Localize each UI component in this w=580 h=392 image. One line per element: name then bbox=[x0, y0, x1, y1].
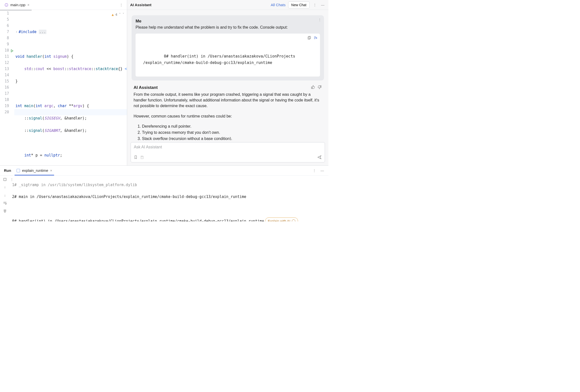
ai-assistant-pane: AI Assistant All Chats New Chat ⋮ — ⋮ Me… bbox=[127, 0, 328, 165]
gutter: 1 5 6 7 8 9 10 11 12 13 14 15 16 17 18 1… bbox=[0, 10, 14, 165]
svg-text:c: c bbox=[6, 4, 7, 6]
output-line: 0# handler(int) in /Users/anastasiakazak… bbox=[10, 218, 328, 221]
copy-icon[interactable] bbox=[307, 35, 311, 42]
code-editor[interactable]: 1 5 6 7 8 9 10 11 12 13 14 15 16 17 18 1… bbox=[0, 10, 127, 165]
down-arrow-icon[interactable]: ↓ bbox=[2, 193, 8, 198]
new-chat-button[interactable]: New Chat bbox=[288, 1, 310, 8]
run-config-tab[interactable]: explain_runtime × bbox=[13, 166, 55, 175]
send-icon[interactable] bbox=[317, 155, 322, 160]
run-output[interactable]: 1# _sigtramp in /usr/lib/system/libsyste… bbox=[10, 175, 328, 221]
list-item: Trying to access memory that you don't o… bbox=[142, 130, 322, 135]
rerun-icon[interactable] bbox=[0, 177, 1, 182]
up-arrow-icon[interactable]: ↑ bbox=[2, 185, 8, 190]
soft-wrap-icon[interactable] bbox=[2, 201, 8, 206]
list-item: Dereferencing a null pointer. bbox=[142, 124, 322, 129]
ai-message: AI Assistant From the console output, it… bbox=[132, 85, 324, 140]
message-menu-icon[interactable]: ⋮ bbox=[318, 18, 321, 22]
editor-pane: c main.cpp × ⋮ 1 5 6 7 8 9 10 11 12 13 1… bbox=[0, 0, 127, 165]
close-tab-icon[interactable]: × bbox=[27, 3, 29, 7]
close-run-tab-icon[interactable]: × bbox=[50, 169, 52, 173]
run-toolbar: ⋮ ↑ ↓ bbox=[0, 175, 10, 221]
run-tab[interactable]: Run bbox=[1, 168, 13, 173]
explain-with-ai-button[interactable]: Explain with AI bbox=[265, 218, 298, 221]
output-line bbox=[10, 206, 328, 212]
cpp-file-icon: c bbox=[4, 3, 8, 7]
warning-icon: ▲ bbox=[112, 11, 114, 18]
assistant-title: AI Assistant bbox=[130, 3, 151, 7]
editor-tab[interactable]: c main.cpp × bbox=[2, 0, 32, 10]
input-placeholder: Ask AI Assistant bbox=[134, 145, 322, 155]
thumbs-down-icon[interactable] bbox=[317, 85, 322, 90]
snippet-content: 0# handler(int) in /Users/anastasiakazak… bbox=[139, 54, 295, 65]
run-panel: Run explain_runtime × ⋮ — ⋮ ↑ ↓ 1# _sigt… bbox=[0, 166, 328, 221]
save-icon[interactable] bbox=[140, 155, 144, 160]
inspection-prev-icon[interactable]: ˆ bbox=[119, 11, 121, 18]
editor-tab-bar: c main.cpp × ⋮ bbox=[0, 0, 127, 10]
user-label: Me bbox=[136, 19, 320, 24]
assistant-header: AI Assistant All Chats New Chat ⋮ — bbox=[127, 0, 328, 10]
editor-tab-filename: main.cpp bbox=[10, 3, 25, 7]
inspection-count: 4 bbox=[115, 11, 117, 18]
assistant-input[interactable]: Ask AI Assistant bbox=[131, 142, 325, 162]
app-icon bbox=[16, 169, 20, 172]
output-line: 1# _sigtramp in /usr/lib/system/libsyste… bbox=[10, 182, 328, 188]
bookmark-icon[interactable] bbox=[134, 155, 138, 160]
run-more-icon[interactable]: ⋮ bbox=[312, 168, 317, 173]
scroll-to-end-icon[interactable] bbox=[2, 209, 8, 214]
inspection-badge[interactable]: ▲ 4 ˆ ˇ bbox=[112, 11, 125, 18]
inspection-next-icon[interactable]: ˇ bbox=[123, 11, 125, 18]
assistant-more-icon[interactable]: ⋮ bbox=[312, 2, 317, 8]
code-content[interactable]: ▲ 4 ˆ ˇ ›#include ... void handler(int s… bbox=[14, 10, 127, 165]
editor-more-icon[interactable]: ⋮ bbox=[118, 2, 125, 8]
user-message: ⋮ Me Please help me understand what the … bbox=[132, 15, 324, 81]
run-minimize-icon[interactable]: — bbox=[319, 168, 325, 173]
assistant-minimize-icon[interactable]: — bbox=[320, 2, 325, 8]
assistant-chat: ⋮ Me Please help me understand what the … bbox=[127, 10, 328, 140]
run-tab-bar: Run explain_runtime × ⋮ — bbox=[0, 166, 328, 175]
thumbs-up-icon[interactable] bbox=[311, 85, 315, 90]
stop-icon[interactable] bbox=[2, 177, 8, 182]
ai-at-icon bbox=[292, 219, 295, 221]
ai-cause-list: Dereferencing a null pointer. Trying to … bbox=[134, 124, 322, 140]
ai-text: From the console output, it seems like y… bbox=[134, 92, 322, 140]
ai-label: AI Assistant bbox=[134, 85, 158, 90]
insert-icon[interactable] bbox=[313, 35, 317, 42]
run-config-name: explain_runtime bbox=[22, 168, 48, 173]
all-chats-link[interactable]: All Chats bbox=[271, 3, 286, 7]
user-text: Please help me understand what the probl… bbox=[136, 25, 320, 30]
svg-rect-4 bbox=[4, 178, 6, 181]
list-item: Stack overflow (recursion without a base… bbox=[142, 136, 322, 140]
output-line: 2# main in /Users/anastasiakazakova/CLio… bbox=[10, 194, 328, 200]
console-snippet: 0# handler(int) in /Users/anastasiakazak… bbox=[136, 34, 320, 77]
